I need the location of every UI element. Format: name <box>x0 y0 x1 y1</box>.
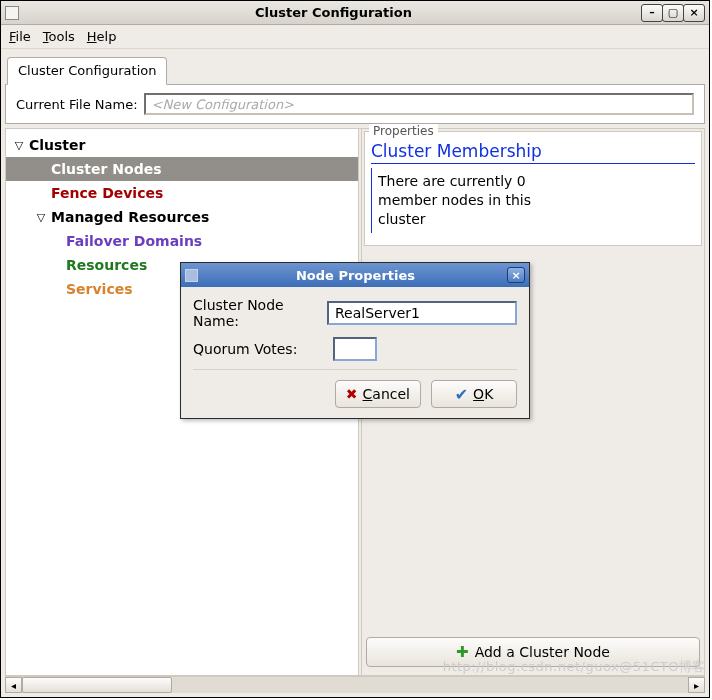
maximize-button[interactable]: ▢ <box>662 4 684 22</box>
tree-item-managed-resources[interactable]: ▽ Managed Resources <box>6 205 358 229</box>
tree-item-cluster-nodes[interactable]: Cluster Nodes <box>6 157 358 181</box>
window-system-icon[interactable] <box>5 6 19 20</box>
cancel-icon: ✖ <box>346 386 358 402</box>
quorum-votes-input[interactable] <box>333 337 377 361</box>
expander-icon[interactable]: ▽ <box>34 211 48 224</box>
properties-legend: Properties <box>369 124 438 138</box>
ok-icon: ✔ <box>455 385 468 404</box>
plus-icon: ✚ <box>456 643 469 661</box>
notebook-tabs: Cluster Configuration <box>5 57 705 85</box>
minimize-button[interactable]: – <box>641 4 663 22</box>
current-file-label: Current File Name: <box>16 97 138 112</box>
scroll-track[interactable] <box>22 677 688 693</box>
cancel-button[interactable]: ✖ Cancel <box>335 380 421 408</box>
scroll-thumb[interactable] <box>22 677 172 693</box>
dialog-separator <box>193 369 517 370</box>
node-properties-dialog: Node Properties × Cluster Node Name: Quo… <box>180 262 530 419</box>
properties-frame: Properties Cluster Membership There are … <box>364 131 702 246</box>
node-name-label: Cluster Node Name: <box>193 297 327 329</box>
dialog-title: Node Properties <box>204 268 507 283</box>
menu-file[interactable]: File <box>9 29 31 44</box>
horizontal-scrollbar[interactable]: ◂ ▸ <box>5 676 705 693</box>
add-cluster-node-button[interactable]: ✚ Add a Cluster Node <box>366 637 700 667</box>
menubar: File Tools Help <box>1 25 709 49</box>
titlebar[interactable]: Cluster Configuration – ▢ × <box>1 1 709 25</box>
dialog-titlebar[interactable]: Node Properties × <box>181 263 529 287</box>
dialog-close-button[interactable]: × <box>507 267 525 283</box>
ok-button[interactable]: ✔ OK <box>431 380 517 408</box>
tree-item-cluster[interactable]: ▽ Cluster <box>6 133 358 157</box>
properties-title: Cluster Membership <box>371 141 695 164</box>
current-file-input[interactable]: <New Configuration> <box>144 93 694 115</box>
node-name-input[interactable] <box>327 301 517 325</box>
dialog-system-icon[interactable] <box>185 269 198 282</box>
scroll-left-icon[interactable]: ◂ <box>5 677 22 693</box>
scroll-right-icon[interactable]: ▸ <box>688 677 705 693</box>
properties-body: There are currently 0 member nodes in th… <box>371 168 581 233</box>
close-button[interactable]: × <box>683 4 705 22</box>
menu-tools[interactable]: Tools <box>43 29 75 44</box>
tab-cluster-configuration[interactable]: Cluster Configuration <box>7 57 167 85</box>
expander-icon[interactable]: ▽ <box>12 139 26 152</box>
tree-item-failover-domains[interactable]: Failover Domains <box>6 229 358 253</box>
quorum-votes-label: Quorum Votes: <box>193 341 333 357</box>
tree-item-fence-devices[interactable]: Fence Devices <box>6 181 358 205</box>
window-title: Cluster Configuration <box>25 5 642 20</box>
menu-help[interactable]: Help <box>87 29 117 44</box>
notebook-page: Current File Name: <New Configuration> <box>5 84 705 124</box>
